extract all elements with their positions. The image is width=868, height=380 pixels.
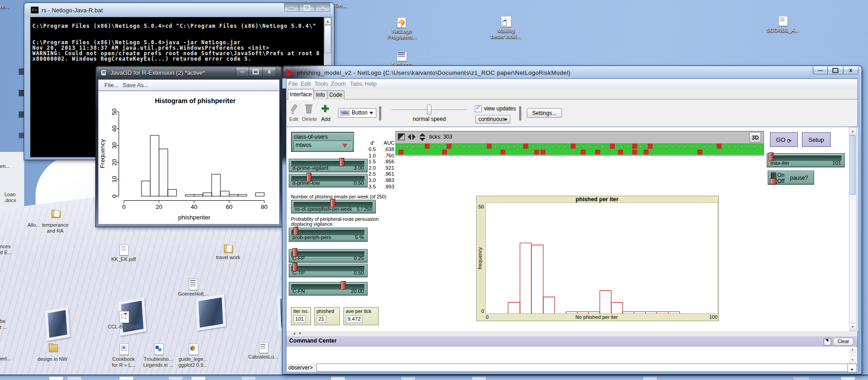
speed-slider[interactable]: [427, 104, 431, 115]
slider-ctp[interactable]: C-TP0.50: [289, 264, 368, 277]
svg-text:Frequency: Frequency: [99, 139, 106, 168]
svg-text:Histogram of phishperiter: Histogram of phishperiter: [155, 97, 236, 104]
update-mode[interactable]: continuous: [475, 115, 510, 124]
desktop-screenshot: NetLogoProgramm... Makingbetter looki...…: [0, 0, 868, 380]
plot-phished: phished per iter 50 0 0 No phished per i…: [476, 196, 719, 321]
svg-text:60: 60: [226, 203, 232, 210]
icon-allo: Allo...: [26, 222, 42, 228]
switch-pause[interactable]: On Off pause?: [768, 171, 814, 185]
svg-text:phishperiter: phishperiter: [178, 214, 211, 221]
svg-text:40: 40: [111, 125, 118, 132]
bwin3: [196, 294, 226, 331]
svg-text:3D: 3D: [752, 135, 759, 141]
svg-text:50: 50: [478, 204, 484, 209]
netlogo-vscroll: ▲ ▼: [849, 127, 857, 331]
netlogo-buttons: — x: [813, 67, 858, 74]
slider-max-iter[interactable]: max-iter101: [767, 153, 845, 167]
svg-text:80: 80: [261, 203, 267, 210]
netlogo-content: class-of-users mtwos d'AUC 0.5.638 1.0.7…: [286, 127, 849, 331]
widget-combo[interactable]: *abc Button: [338, 108, 376, 118]
javagd-window: JavaGD for R-Extension (2) *active* — x …: [96, 66, 282, 227]
svg-text:phished per iter: phished per iter: [576, 196, 619, 203]
netlogo-title: phishing_model_v2 - NetLogo {C:\Users\ka…: [297, 69, 571, 76]
btn-go[interactable]: GO ⟳: [770, 132, 798, 147]
splitter: ▲ ▼: [286, 331, 858, 336]
settings-btn[interactable]: Settings...: [527, 108, 562, 118]
netlogo-window: phishing_model_v2 - NetLogo {C:\Users\ka…: [282, 66, 862, 374]
slider-cfp[interactable]: C-FP0.25: [289, 249, 368, 263]
slider-prob-periph[interactable]: prob-periph-pers5 %: [289, 228, 368, 242]
bwin1: [45, 307, 70, 341]
svg-text:frequency: frequency: [477, 247, 483, 269]
terminal-title: rs - Netlogo-Java-R.bat: [42, 7, 103, 14]
javagd-menubar: File... Save As...: [98, 79, 280, 91]
world-view: ticks: 303 3D: [395, 131, 764, 156]
netlogo-tabs: Interface Info Code: [286, 88, 858, 99]
command-center: Command Center ◥ Clear ▲ ▼ observer> ▼: [286, 336, 858, 371]
cc-prompt: observer> ▼: [286, 364, 858, 372]
svg-text:20: 20: [156, 203, 162, 210]
monitor-phished: phished21: [314, 307, 340, 325]
slider-cfn[interactable]: C-FN20.00: [289, 282, 368, 296]
svg-text:0: 0: [486, 314, 489, 320]
chooser-class-of-users[interactable]: class-of-users mtwos: [291, 132, 354, 152]
javagd-plot: Histogram of phishperiter 0 10 20 30 40 …: [98, 91, 280, 224]
svg-text:30: 30: [111, 142, 118, 149]
svg-text:No phished per iter: No phished per iter: [576, 314, 618, 320]
slider-d-prime-low[interactable]: d-prime-low0.50: [289, 174, 368, 187]
svg-text:ticks: 303: ticks: 303: [429, 134, 452, 140]
svg-text:0: 0: [111, 194, 118, 198]
netlogo-toolbar: Edit Delete Add *abc Button normal speed…: [286, 99, 858, 127]
btn-setup[interactable]: Setup: [802, 132, 831, 147]
cc-output: [286, 347, 849, 364]
svg-text:0: 0: [122, 203, 125, 210]
svg-text:20: 20: [111, 159, 118, 166]
svg-text:50: 50: [111, 109, 118, 115]
svg-text:40: 40: [191, 203, 197, 210]
svg-text:10: 10: [111, 176, 118, 182]
svg-text:0: 0: [481, 308, 484, 314]
slider-spearphish[interactable]: no-of-spearphish-per-week5 / 250: [291, 200, 376, 213]
javagd-title: JavaGD for R-Extension (2) *active*: [110, 69, 205, 76]
terminal-buttons: — x: [284, 3, 331, 12]
svg-text:100: 100: [709, 314, 717, 320]
netlogo-menubar: File Edit Tools Zoom Tabs Help: [286, 78, 858, 88]
monitor-ave: ave per tick9.472: [343, 307, 379, 325]
monitor-iter: iter no.101: [291, 307, 311, 325]
taskbar: [0, 375, 868, 380]
slider-d-prime-vigilant[interactable]: d-prime-vigilant3.00: [289, 159, 368, 172]
javagd-buttons: — x: [236, 68, 276, 76]
